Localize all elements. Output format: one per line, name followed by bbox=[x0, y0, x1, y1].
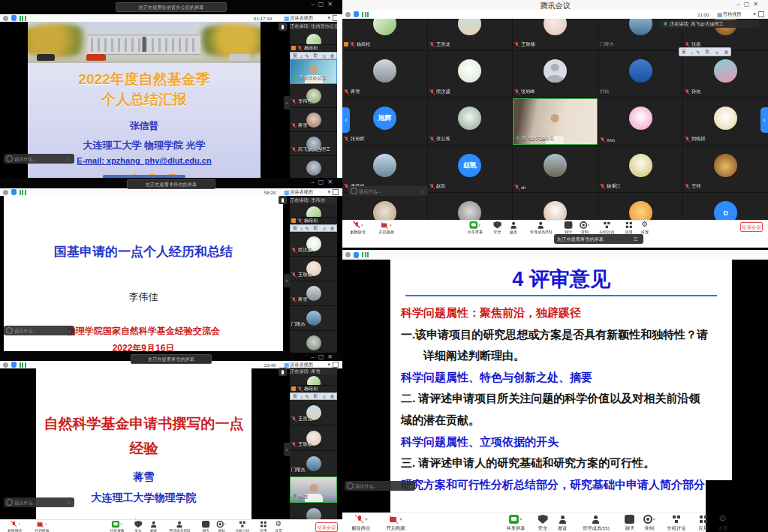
smiley-icon[interactable] bbox=[6, 155, 13, 162]
toolbar-button[interactable]: 应用 bbox=[694, 515, 713, 529]
participant-tile[interactable]: 蒋雪 bbox=[342, 51, 427, 98]
smiley-icon[interactable] bbox=[351, 188, 357, 194]
participant-tile[interactable]: 查公翼 bbox=[428, 98, 513, 145]
end-meeting-button[interactable]: 结束会议 bbox=[740, 222, 763, 232]
participant-tile[interactable]: 熊洪盛 bbox=[290, 232, 337, 257]
ime-toolbar[interactable]: 英♪✎简☺⚙ bbox=[679, 47, 731, 56]
window-controls[interactable]: –▢✕ bbox=[311, 179, 336, 185]
toolbar-button[interactable]: 邀请 bbox=[553, 515, 572, 529]
toolbar-button[interactable]: 安全 bbox=[131, 521, 146, 532]
participant-tile[interactable]: 王喜龙 bbox=[290, 400, 337, 425]
participant-tile[interactable]: 王敬楠 bbox=[513, 19, 598, 50]
chat-quick-input[interactable]: 说点什么...‹ bbox=[345, 481, 415, 491]
chat-quick-input[interactable]: 说点什么...‹ bbox=[4, 497, 74, 507]
ime-toolbar[interactable]: 英♪✎简☺⚙ bbox=[290, 392, 337, 400]
participant-tile[interactable]: 张信普办公室 bbox=[290, 59, 337, 84]
participant-tile[interactable] bbox=[513, 193, 598, 220]
toolbar-button[interactable]: 聊天 bbox=[198, 521, 213, 532]
toolbar-button[interactable]: 设置 bbox=[271, 521, 286, 532]
toolbar-button[interactable]: 聊天 bbox=[620, 515, 640, 529]
toolbar-button[interactable]: 安全 bbox=[533, 515, 553, 529]
toolbar-button[interactable]: ▾ 录制 bbox=[640, 515, 659, 529]
security-shield-icon[interactable] bbox=[354, 252, 359, 258]
security-shield-icon[interactable] bbox=[11, 189, 17, 195]
view-caret-icon[interactable]: ▾ bbox=[327, 15, 330, 21]
page-next-arrow[interactable]: › bbox=[760, 107, 768, 133]
toolbar-button[interactable]: ▾ 开启视频 bbox=[378, 515, 413, 529]
fullscreen-icon[interactable] bbox=[758, 11, 764, 17]
toolbar-button[interactable]: ▾ 共享屏幕 bbox=[498, 515, 533, 529]
participant-tile[interactable] bbox=[290, 156, 337, 178]
toolbar-button[interactable]: 安全 bbox=[489, 221, 505, 233]
ime-toolbar[interactable]: 英♪✎简☺⚙ bbox=[290, 224, 337, 232]
chat-quick-input[interactable]: 说点什么...‹ bbox=[348, 186, 428, 196]
caret-icon[interactable]: ▾ bbox=[45, 522, 47, 526]
participant-tile[interactable]: 刘晓煜 bbox=[683, 98, 768, 145]
toolbar-button[interactable]: 设置 bbox=[637, 221, 652, 233]
participant-tile[interactable]: 高飞@大连理工 bbox=[290, 132, 337, 156]
participant-tile[interactable]: 刘梅 bbox=[598, 51, 683, 98]
meeting-info-icon[interactable] bbox=[345, 252, 351, 257]
participant-tile[interactable]: 门耀杰 bbox=[290, 306, 337, 331]
participant-tile[interactable] bbox=[598, 193, 683, 220]
caret-icon[interactable]: ▾ bbox=[365, 516, 367, 521]
participant-tile[interactable]: 旭辉 张旭辉 bbox=[342, 98, 427, 145]
participant-tile-partial[interactable] bbox=[290, 374, 337, 386]
participant-tile[interactable]: 王敬楠 bbox=[290, 425, 337, 451]
view-mode-button[interactable]: 宫格视图 bbox=[723, 11, 742, 18]
toolbar-button[interactable]: ▾ 开启视频 bbox=[29, 521, 56, 532]
strip-collapse-handle[interactable]: › bbox=[284, 443, 290, 456]
meeting-info-icon[interactable] bbox=[3, 190, 8, 195]
participant-tile[interactable]: 熊洪盛 bbox=[428, 51, 513, 98]
participant-tile[interactable]: 王喜龙 bbox=[428, 19, 513, 50]
watching-tooltip[interactable]: 您正在观看蒋雪的屏幕☰ bbox=[554, 234, 643, 244]
toolbar-button[interactable]: 分组讨论 bbox=[229, 521, 256, 532]
participant-tile[interactable] bbox=[290, 331, 337, 353]
view-mode-button[interactable]: 演讲者视图 bbox=[290, 189, 313, 196]
toolbar-button[interactable]: ▾ 解除静音 bbox=[2, 521, 29, 532]
participant-tile[interactable]: 孙艳 bbox=[683, 51, 768, 98]
strip-collapse-handle[interactable]: › bbox=[284, 274, 290, 287]
participant-tile[interactable]: 蒋雪 bbox=[290, 476, 337, 503]
toolbar-button[interactable]: ▾ 解除静音 bbox=[344, 221, 372, 233]
participant-tile[interactable]: 高飞@大连理工 bbox=[513, 98, 598, 145]
security-shield-icon[interactable] bbox=[11, 15, 17, 21]
meeting-info-icon[interactable] bbox=[3, 16, 8, 21]
caret-icon[interactable]: ▾ bbox=[520, 516, 522, 521]
smiley-icon[interactable] bbox=[347, 482, 354, 489]
tooltip-menu-icon[interactable]: ☰ bbox=[634, 236, 638, 242]
meeting-info-icon[interactable] bbox=[345, 12, 351, 17]
smiley-icon[interactable] bbox=[6, 499, 13, 506]
participant-tile-partial[interactable] bbox=[290, 29, 337, 45]
caret-icon[interactable]: ▾ bbox=[399, 516, 402, 521]
toolbar-button[interactable]: ▾ 录制 bbox=[577, 221, 592, 233]
toolbar-button[interactable]: ▾ 解除静音 bbox=[344, 515, 378, 529]
participant-tile[interactable]: 李伟佳 bbox=[290, 84, 337, 108]
end-meeting-button[interactable]: 结束会议 bbox=[315, 522, 338, 532]
participant-tile[interactable]: Xhh bbox=[598, 98, 683, 145]
participant-tile-partial[interactable] bbox=[290, 203, 337, 218]
caret-icon[interactable]: ▾ bbox=[120, 522, 122, 526]
view-caret-icon[interactable]: ▾ bbox=[327, 362, 330, 368]
participant-tile[interactable] bbox=[342, 193, 427, 220]
toolbar-button[interactable]: 应用 bbox=[621, 221, 637, 233]
toolbar-button[interactable]: 管理成员(55) bbox=[572, 515, 620, 529]
window-controls[interactable]: –▢✕ bbox=[311, 1, 336, 8]
participant-tile[interactable]: 门耀杰 bbox=[290, 451, 337, 476]
view-mode-button[interactable]: 演讲者视图 bbox=[290, 15, 313, 22]
caret-icon[interactable]: ▾ bbox=[588, 223, 589, 227]
participant-tile[interactable] bbox=[428, 193, 513, 220]
caret-icon[interactable]: ▾ bbox=[390, 223, 391, 227]
participant-tile[interactable]: sh bbox=[513, 146, 598, 192]
caret-icon[interactable]: ▾ bbox=[361, 223, 363, 227]
participant-tile[interactable]: 杨靖松 bbox=[342, 19, 427, 50]
caret-icon[interactable]: ▾ bbox=[18, 522, 20, 526]
participant-tile[interactable]: 赵凯 赵凯 bbox=[428, 146, 513, 192]
participant-tile[interactable]: 李伟佳 bbox=[342, 146, 427, 192]
view-caret-icon[interactable]: ▾ bbox=[327, 189, 330, 195]
fullscreen-icon[interactable] bbox=[333, 189, 339, 195]
fullscreen-icon[interactable] bbox=[333, 362, 339, 368]
chat-quick-input[interactable]: 说点什么...‹ bbox=[4, 326, 74, 335]
participant-tile[interactable]: 蒋雪 bbox=[290, 108, 337, 132]
toolbar-button[interactable]: 邀请 bbox=[505, 221, 521, 233]
